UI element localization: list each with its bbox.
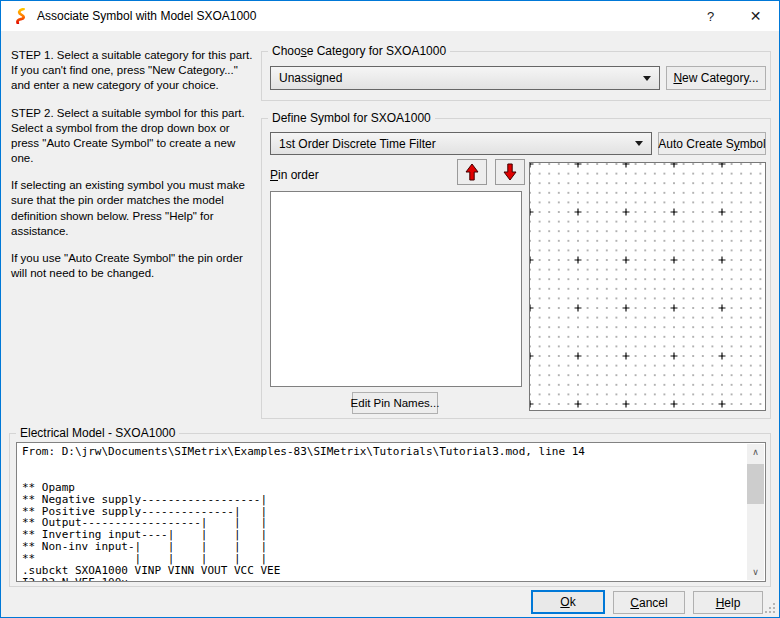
instruction-auto-create-note: If you use "Auto Create Symbol" the pin … — [11, 251, 259, 281]
define-symbol-group-label: Define Symbol for SXOA1000 — [268, 111, 435, 125]
btn-label-part: k — [570, 595, 576, 609]
close-icon: ✕ — [750, 8, 762, 24]
simetrix-logo-icon — [13, 8, 29, 24]
pin-move-up-button[interactable] — [457, 159, 487, 185]
symbol-combobox[interactable]: 1st Order Discrete Time Filter — [270, 132, 652, 155]
scroll-down-button[interactable]: ∨ — [747, 564, 764, 580]
dropdown-arrow-icon — [635, 141, 643, 146]
chevron-down-icon: ∨ — [752, 567, 759, 577]
btn-label: Edit Pin Names... — [351, 397, 440, 409]
new-category-button[interactable]: New Category... — [666, 66, 766, 90]
model-text-area[interactable]: From: D:\jrw\Documents\SIMetrix\Examples… — [16, 442, 766, 582]
pin-order-label: Pin order — [270, 168, 319, 182]
btn-label-part: Auto Create S — [658, 137, 733, 151]
auto-create-symbol-button[interactable]: Auto Create Symbol — [658, 132, 766, 155]
dialog-window: Associate Symbol with Model SXOA1000 ? ✕… — [0, 0, 780, 618]
symbol-combobox-value: 1st Order Discrete Time Filter — [279, 137, 436, 151]
scroll-up-button[interactable]: ∧ — [747, 444, 764, 460]
electrical-model-group-label: Electrical Model - SXOA1000 — [16, 426, 179, 440]
instruction-step1: STEP 1. Select a suitable category for t… — [11, 48, 259, 94]
label-mnemonic: P — [270, 168, 278, 182]
btn-label-mnemonic: N — [673, 71, 682, 85]
pin-move-down-button[interactable] — [495, 159, 525, 185]
chevron-up-icon: ∧ — [752, 447, 759, 457]
category-combobox[interactable]: Unassigned — [270, 66, 660, 90]
btn-label-mnemonic: C — [630, 596, 639, 610]
instruction-step2: STEP 2. Select a suitable symbol for thi… — [11, 106, 259, 167]
title-bar: Associate Symbol with Model SXOA1000 ? ✕ — [1, 1, 779, 31]
btn-label-part: elp — [724, 596, 740, 610]
ok-button[interactable]: Ok — [531, 590, 605, 614]
define-symbol-group: Define Symbol for SXOA1000 1st Order Dis… — [261, 118, 771, 419]
dot-grid — [530, 163, 765, 410]
scrollbar-thumb[interactable] — [747, 464, 764, 504]
choose-category-group: Choose Category for SXOA1000 Unassigned … — [261, 51, 771, 101]
label-part: in order — [278, 168, 319, 182]
titlebar-close-button[interactable]: ✕ — [733, 1, 778, 31]
choose-category-group-label: Choose Category for SXOA1000 — [268, 44, 450, 58]
btn-label-part: mbol — [740, 137, 766, 151]
btn-label-part: ew Category... — [682, 71, 758, 85]
electrical-model-group: Electrical Model - SXOA1000 From: D:\jrw… — [9, 433, 771, 587]
down-arrow-icon — [502, 163, 518, 181]
instruction-pin-order-note: If selecting an existing symbol you must… — [11, 178, 259, 239]
help-icon: ? — [707, 9, 714, 24]
label-part: Choo — [272, 44, 301, 58]
btn-label-mnemonic: O — [560, 595, 569, 609]
category-combobox-value: Unassigned — [279, 71, 342, 85]
btn-label-mnemonic: H — [716, 596, 725, 610]
symbol-preview-canvas[interactable] — [529, 162, 766, 411]
instructions-text: STEP 1. Select a suitable category for t… — [11, 48, 259, 293]
help-button[interactable]: Help — [693, 591, 763, 614]
titlebar-help-button[interactable]: ? — [688, 1, 733, 31]
up-arrow-icon — [464, 163, 480, 181]
window-title: Associate Symbol with Model SXOA1000 — [37, 9, 256, 23]
vertical-scrollbar[interactable]: ∧ ∨ — [747, 444, 764, 580]
cancel-button[interactable]: Cancel — [613, 591, 685, 614]
dropdown-arrow-icon — [643, 76, 651, 81]
btn-label-part: ancel — [639, 596, 668, 610]
label-part: e Category for SXOA1000 — [307, 44, 446, 58]
edit-pin-names-button[interactable]: Edit Pin Names... — [352, 392, 438, 414]
model-text: From: D:\jrw\Documents\SIMetrix\Examples… — [17, 443, 765, 582]
pin-order-listbox[interactable] — [270, 191, 522, 387]
